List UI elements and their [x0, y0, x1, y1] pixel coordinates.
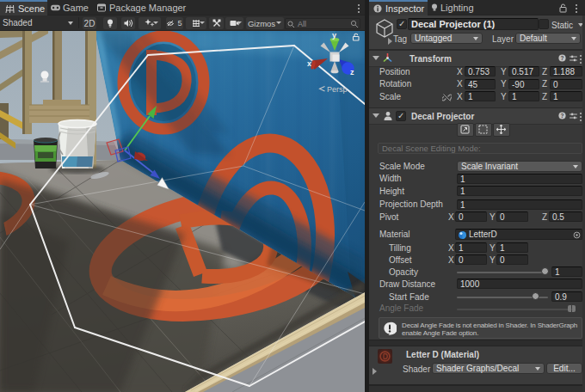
svg-text:Persp: Persp [327, 85, 348, 94]
svg-text:?: ? [561, 55, 564, 61]
svg-text:y: y [332, 31, 336, 40]
svg-text:z: z [350, 68, 354, 77]
svg-text:x: x [307, 59, 311, 68]
svg-text:?: ? [561, 113, 564, 119]
